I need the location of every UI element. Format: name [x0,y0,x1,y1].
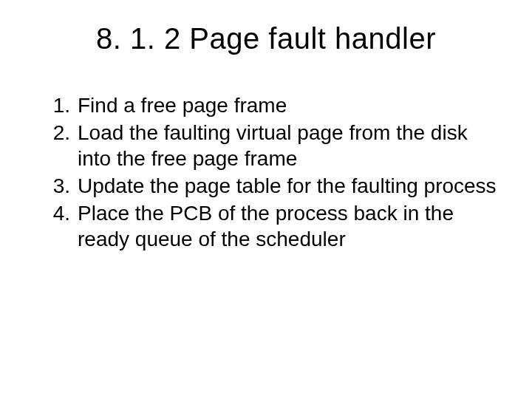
list-item: Load the faulting virtual page from the … [70,120,502,171]
list-item: Update the page table for the faulting p… [70,173,502,199]
steps-list: Find a free page frame Load the faulting… [30,92,502,252]
list-item: Find a free page frame [70,92,502,118]
slide-title: 8. 1. 2 Page fault handler [30,22,502,55]
list-item: Place the PCB of the process back in the… [70,200,502,252]
